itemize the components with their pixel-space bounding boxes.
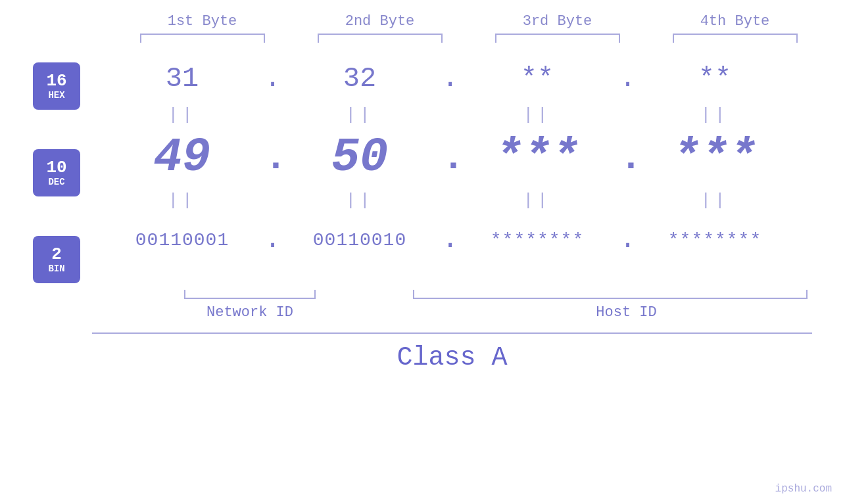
- id-labels-row: Network ID Host ID: [92, 304, 845, 321]
- dec-val-2: 50: [331, 131, 388, 185]
- hex-cell-2: 32: [271, 63, 448, 95]
- eq-cell-4: ||: [626, 105, 804, 125]
- dec-badge-number: 10: [46, 158, 66, 177]
- bracket-4: [646, 34, 824, 43]
- bin-badge: 2 BIN: [33, 236, 80, 283]
- hex-badge-label: HEX: [48, 90, 64, 101]
- byte-header-4: 4th Byte: [646, 13, 824, 30]
- bin-badge-label: BIN: [48, 263, 64, 274]
- dec-val-4: ***: [672, 131, 758, 185]
- hex-val-1: 31: [166, 63, 199, 95]
- dec-badge: 10 DEC: [33, 149, 80, 196]
- bin-badge-number: 2: [51, 245, 62, 264]
- bracket-3: [469, 34, 646, 43]
- hex-badge: 16 HEX: [33, 62, 80, 110]
- byte-headers-row: 1st Byte 2nd Byte 3rd Byte 4th Byte: [0, 13, 845, 30]
- host-bracket-container: [408, 290, 812, 299]
- eq2-cell-3: ||: [448, 191, 626, 210]
- dec-cell-2: 50: [271, 131, 448, 185]
- bin-cell-3: ********: [448, 230, 626, 250]
- network-bracket-container: [92, 290, 408, 299]
- eq2-cell-1: ||: [93, 191, 271, 210]
- byte-header-1: 1st Byte: [114, 13, 291, 30]
- dec-row: 49 . 50 . *** . ***: [93, 128, 845, 187]
- top-bracket-row: [0, 34, 845, 43]
- hex-val-4: **: [698, 63, 731, 95]
- equals-row-1: || || || ||: [93, 102, 845, 128]
- bin-val-2: 00110010: [313, 230, 406, 250]
- bin-val-3: ********: [491, 230, 584, 250]
- hex-cell-4: **: [626, 63, 804, 95]
- bracket-line-4: [673, 34, 798, 43]
- bracket-2: [291, 34, 469, 43]
- eq-cell-2: ||: [271, 105, 448, 125]
- dec-cell-1: 49: [93, 131, 271, 185]
- class-label: Class A: [92, 343, 812, 373]
- footer-area: Class A: [0, 332, 845, 373]
- network-bracket-line: [184, 290, 316, 299]
- dec-val-1: 49: [154, 131, 210, 185]
- byte-header-2: 2nd Byte: [291, 13, 469, 30]
- eq2-cell-4: ||: [626, 191, 804, 210]
- watermark: ipshu.com: [775, 483, 832, 495]
- badges-column: 16 HEX 10 DEC 2 BIN: [33, 62, 80, 283]
- hex-val-3: **: [521, 63, 554, 95]
- eq-cell-1: ||: [93, 105, 271, 125]
- bin-row: 00110001 . 00110010 . ******** . *******…: [93, 214, 845, 266]
- hex-val-2: 32: [343, 63, 376, 95]
- equals-row-2: || || || ||: [93, 187, 845, 214]
- bin-val-4: ********: [668, 230, 761, 250]
- host-bracket-line: [413, 290, 808, 299]
- bottom-bracket-row: [92, 290, 812, 299]
- eq-cell-3: ||: [448, 105, 626, 125]
- hex-row: 31 . 32 . ** . **: [93, 56, 845, 102]
- main-content-area: 16 HEX 10 DEC 2 BIN 31 . 32: [0, 56, 845, 283]
- bracket-line-3: [495, 34, 620, 43]
- hex-cell-1: 31: [93, 63, 271, 95]
- bracket-line-2: [318, 34, 443, 43]
- dec-cell-4: ***: [626, 131, 804, 185]
- dec-badge-label: DEC: [48, 177, 64, 187]
- bin-cell-1: 00110001: [93, 230, 271, 250]
- bracket-line-1: [140, 34, 265, 43]
- hex-badge-number: 16: [46, 72, 66, 91]
- bin-val-1: 00110001: [135, 230, 229, 250]
- eq2-cell-2: ||: [271, 191, 448, 210]
- network-id-label: Network ID: [92, 304, 408, 321]
- byte-header-3: 3rd Byte: [469, 13, 646, 30]
- dec-cell-3: ***: [448, 131, 626, 185]
- dec-val-3: ***: [495, 131, 580, 185]
- values-grid: 31 . 32 . ** . ** || || || ||: [93, 56, 845, 266]
- bottom-bracket-area: Network ID Host ID: [0, 290, 845, 321]
- main-container: 1st Byte 2nd Byte 3rd Byte 4th Byte 16 H…: [0, 0, 845, 504]
- bin-cell-2: 00110010: [271, 230, 448, 250]
- footer-bracket-line: [92, 332, 812, 334]
- bracket-1: [114, 34, 291, 43]
- host-id-label: Host ID: [408, 304, 845, 321]
- hex-cell-3: **: [448, 63, 626, 95]
- bin-cell-4: ********: [626, 230, 804, 250]
